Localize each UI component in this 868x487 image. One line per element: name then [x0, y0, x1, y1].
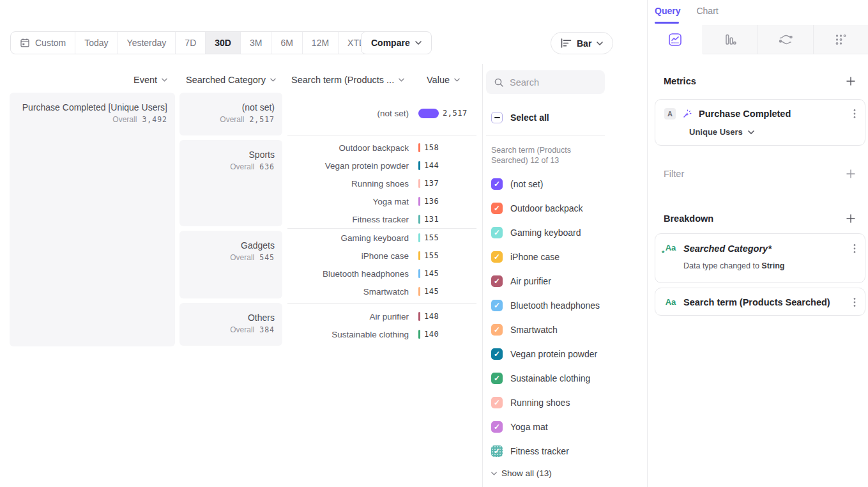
category-cell-not-set: (not set) Overall2,517 [179, 93, 282, 135]
check-icon: ✓ [494, 399, 500, 406]
date-preset-3m[interactable]: 3M [241, 32, 271, 54]
legend-item[interactable]: ✓ Fitness tracker [491, 445, 569, 457]
check-icon: ✓ [494, 205, 500, 212]
column-header-event[interactable]: Event [133, 75, 167, 85]
checkbox-checked[interactable]: ✓ [491, 178, 503, 190]
legend-item[interactable]: ✓ iPhone case [491, 251, 560, 263]
checkbox-checked[interactable]: ✓ [491, 373, 503, 384]
term-row: Smartwatch 145 [287, 286, 479, 297]
checkbox-checked[interactable]: ✓ [491, 397, 503, 408]
bar-chart-icon [561, 38, 572, 48]
bar-segment[interactable] [418, 161, 420, 170]
checkbox-checked[interactable]: ✓ [491, 324, 503, 336]
legend-item[interactable]: ✓ Outdoor backpack [491, 203, 583, 214]
tab-query[interactable]: Query [655, 6, 680, 16]
breakdown-card-searched-category[interactable]: Aa* Searched Category* Data type changed… [655, 233, 865, 283]
tab-insights[interactable] [648, 25, 703, 54]
chevron-down-icon [748, 130, 754, 134]
legend-item[interactable]: ✓ Smartwatch [491, 324, 558, 336]
checkbox-checked[interactable]: ✓ [491, 348, 503, 360]
kebab-menu-icon[interactable] [853, 109, 856, 119]
checkbox-checked[interactable]: ✓ [491, 227, 503, 238]
group-divider [287, 228, 476, 229]
kebab-menu-icon[interactable] [853, 297, 856, 307]
select-all-label: Select all [510, 112, 549, 123]
tab-funnels[interactable] [703, 25, 758, 54]
bar-segment[interactable] [418, 197, 420, 206]
checkbox-checked-patterned[interactable]: ✓ [491, 445, 503, 457]
add-filter-button[interactable] [846, 169, 856, 179]
checkbox-checked[interactable]: ✓ [491, 203, 503, 214]
legend-item[interactable]: ✓ Sustainable clothing [491, 373, 590, 384]
date-preset-today[interactable]: Today [75, 32, 118, 54]
event-overall: Overall3,492 [10, 115, 167, 124]
metric-name: Purchase Completed [699, 109, 791, 119]
bar-segment[interactable] [418, 251, 420, 260]
legend-item[interactable]: ✓ Running shoes [491, 397, 570, 408]
legend-item[interactable]: ✓ Air purifier [491, 275, 551, 287]
retention-dots-icon [834, 33, 847, 46]
measure-dropdown[interactable]: Unique Users [689, 127, 754, 137]
date-preset-yesterday[interactable]: Yesterday [118, 32, 176, 54]
chevron-down-icon [270, 78, 276, 82]
checkbox-checked[interactable]: ✓ [491, 421, 503, 433]
breakdown-card-search-term[interactable]: Aa Search term (Products Searched) [655, 288, 865, 316]
category-cell-others: Others Overall384 [179, 303, 282, 346]
tab-flows[interactable] [758, 25, 813, 54]
bar-segment[interactable] [418, 143, 420, 152]
add-breakdown-button[interactable] [846, 213, 856, 224]
bar-segment[interactable] [418, 215, 420, 224]
insights-report-page: Custom Today Yesterday 7D 30D 3M 6M 12M … [0, 0, 868, 487]
select-all-checkbox-indeterminate[interactable] [491, 112, 503, 123]
legend-search [486, 70, 605, 94]
bar-segment[interactable] [418, 330, 420, 339]
filter-heading: Filter [664, 169, 684, 179]
check-icon: ✓ [494, 229, 500, 236]
metric-series-badge: A [664, 108, 676, 120]
legend-item[interactable]: ✓ (not set) [491, 178, 543, 190]
check-icon: ✓ [494, 375, 500, 382]
checkbox-checked[interactable]: ✓ [491, 300, 503, 311]
chevron-down-icon [491, 472, 497, 475]
check-icon: ✓ [494, 423, 500, 431]
date-preset-12m[interactable]: 12M [303, 32, 339, 54]
compare-button[interactable]: Compare [361, 31, 432, 54]
bar-segment[interactable] [418, 179, 420, 188]
bar-segment[interactable] [418, 269, 420, 278]
legend-item[interactable]: ✓ Vegan protein powder [491, 348, 597, 360]
asterisk-icon: * [662, 249, 664, 257]
date-preset-custom[interactable]: Custom [11, 32, 75, 54]
check-icon: ✓ [494, 253, 500, 261]
insights-icon [668, 33, 682, 47]
bar-segment[interactable] [418, 287, 420, 296]
search-input[interactable] [510, 77, 593, 88]
metrics-heading: Metrics [664, 76, 696, 86]
kebab-menu-icon[interactable] [853, 244, 856, 254]
bar-segment[interactable] [418, 233, 420, 242]
add-metric-button[interactable] [846, 76, 856, 86]
calendar-icon [20, 38, 30, 48]
select-all-row[interactable]: Select all [491, 112, 549, 123]
date-preset-7d[interactable]: 7D [176, 32, 206, 54]
column-header-searched-category[interactable]: Searched Category [186, 75, 276, 85]
checkbox-checked[interactable]: ✓ [491, 275, 503, 287]
column-header-search-term[interactable]: Search term (Products ... [291, 75, 404, 85]
group-divider [287, 135, 476, 135]
event-title: Purchase Completed [Unique Users] [10, 102, 167, 112]
category-cell-sports: Sports Overall636 [179, 140, 282, 226]
legend-item[interactable]: ✓ Bluetooth headphones [491, 300, 600, 311]
show-all-link[interactable]: Show all (13) [491, 468, 552, 478]
bar-segment[interactable] [418, 312, 420, 321]
date-preset-30d-selected[interactable]: 30D [206, 32, 241, 54]
metric-card[interactable]: A Purchase Completed Unique Users [655, 99, 865, 146]
breakdown-name: Search term (Products Searched) [683, 297, 830, 307]
legend-item[interactable]: ✓ Gaming keyboard [491, 227, 581, 238]
tab-chart[interactable]: Chart [696, 6, 718, 16]
tab-retention[interactable] [813, 25, 868, 54]
bar-segment[interactable] [418, 109, 439, 118]
chart-type-button[interactable]: Bar [551, 32, 613, 54]
checkbox-checked[interactable]: ✓ [491, 251, 503, 263]
date-preset-6m[interactable]: 6M [271, 32, 302, 54]
legend-item[interactable]: ✓ Yoga mat [491, 421, 548, 433]
column-header-value[interactable]: Value [427, 75, 460, 85]
